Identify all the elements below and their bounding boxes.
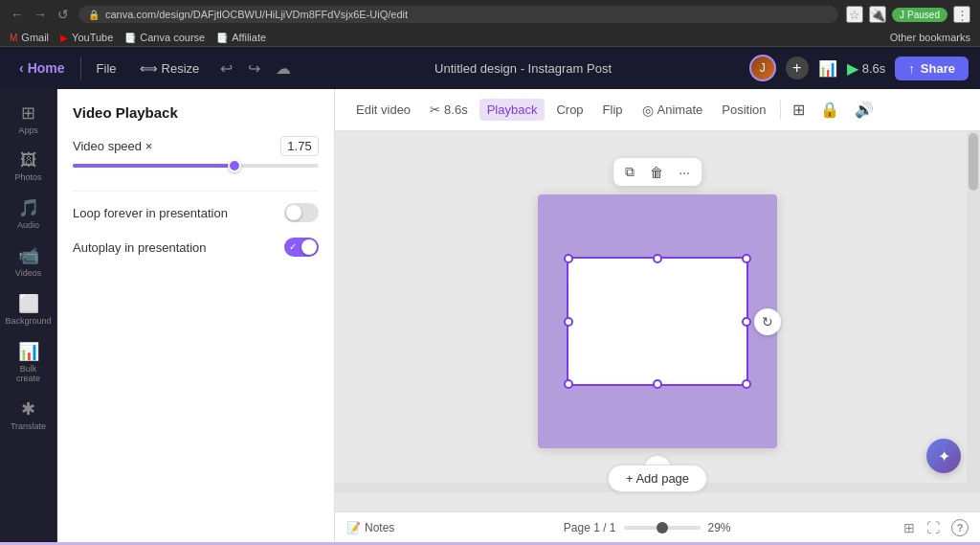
play-icon[interactable]: ▶ xyxy=(847,59,858,78)
fullscreen-button[interactable]: ⛶ xyxy=(923,518,944,537)
video-element[interactable]: ↻ xyxy=(567,257,748,386)
video-playback-panel: Video Playback Video speed × 1.75 Loop f… xyxy=(57,89,335,542)
forward-button[interactable]: → xyxy=(33,7,48,22)
animate-button[interactable]: ◎ Animate xyxy=(635,99,711,122)
autoplay-label: Autoplay in presentation xyxy=(73,240,206,255)
bookmark-button[interactable]: ☆ xyxy=(846,6,863,23)
canvas-area: ⧉ 🗑 ··· ↻ xyxy=(335,131,980,511)
resize-handle-tr[interactable] xyxy=(742,254,751,263)
gmail-bookmark[interactable]: M Gmail xyxy=(10,32,49,43)
background-label: Background xyxy=(5,316,51,326)
speed-slider-thumb[interactable] xyxy=(228,159,241,172)
analytics-icon[interactable]: 📊 xyxy=(818,59,837,78)
view-buttons: ⊞ ⛶ xyxy=(900,518,944,537)
notes-button[interactable]: 📝 Notes xyxy=(346,521,394,534)
delete-button[interactable]: 🗑 xyxy=(646,162,667,182)
editor-toolbar: Edit video ✂ 8.6s Playback Crop Flip ◎ A xyxy=(335,89,980,131)
user-avatar[interactable]: J xyxy=(749,55,776,81)
autoplay-row: Autoplay in presentation ✓ xyxy=(73,238,319,257)
redo-button[interactable]: ↪ xyxy=(242,57,266,79)
lock-button[interactable]: 🔒 xyxy=(814,97,845,123)
canva-label: Canva course xyxy=(140,32,205,43)
resize-button[interactable]: ⟺ Resize xyxy=(132,57,208,79)
sidebar-item-photos[interactable]: 🖼 Photos xyxy=(4,145,54,188)
copy-button[interactable]: ⧉ xyxy=(621,162,638,182)
background-icon: ⬜ xyxy=(18,293,39,314)
resize-handle-bl[interactable] xyxy=(564,379,573,389)
youtube-icon: ▶ xyxy=(60,33,68,43)
volume-button[interactable]: 🔊 xyxy=(849,97,880,123)
grid-button[interactable]: ⊞ xyxy=(787,97,811,123)
apps-icon: ⊞ xyxy=(21,102,35,124)
resize-handle-bc[interactable] xyxy=(653,379,662,389)
add-collaborator-button[interactable]: + xyxy=(786,57,809,79)
autoplay-toggle[interactable]: ✓ xyxy=(284,238,319,257)
resize-handle-ml[interactable] xyxy=(564,317,573,327)
speed-slider-fill xyxy=(73,164,233,168)
rotate-handle[interactable]: ↻ xyxy=(754,308,781,335)
affiliate-bookmark[interactable]: 📑 Affiliate xyxy=(216,32,266,43)
sidebar-item-videos[interactable]: 📹 Videos xyxy=(4,239,54,284)
undo-button[interactable]: ↩ xyxy=(214,57,238,79)
duration-button[interactable]: ✂ 8.6s xyxy=(422,99,476,121)
sidebar-item-background[interactable]: ⬜ Background xyxy=(4,287,54,331)
sidebar-item-audio[interactable]: 🎵 Audio xyxy=(4,192,54,236)
other-bookmarks[interactable]: Other bookmarks xyxy=(890,32,970,43)
resize-handle-mr[interactable] xyxy=(742,317,751,327)
affiliate-label: Affiliate xyxy=(232,32,266,43)
resize-handle-tc[interactable] xyxy=(653,254,662,263)
scroll-bar-vertical[interactable] xyxy=(967,131,980,492)
speed-value[interactable]: 1.75 xyxy=(280,136,319,156)
speed-row: Video speed × 1.75 xyxy=(73,136,319,156)
position-button[interactable]: Position xyxy=(714,99,773,121)
file-button[interactable]: File xyxy=(89,57,124,79)
back-button[interactable]: ← xyxy=(10,7,25,22)
resize-handle-tl[interactable] xyxy=(564,254,573,263)
zoom-percentage: 29% xyxy=(708,521,731,534)
chevron-left-icon: ‹ xyxy=(19,60,24,76)
loop-toggle[interactable] xyxy=(284,203,319,222)
apps-label: Apps xyxy=(18,125,38,135)
browser-nav: ← → ↺ 🔒 canva.com/design/DAFjtlOCBWU/HiL… xyxy=(0,0,980,29)
home-button[interactable]: ‹ Home xyxy=(11,57,73,79)
menu-button[interactable]: ⋮ xyxy=(953,6,970,23)
bulk-create-label: Bulk create xyxy=(8,364,50,383)
youtube-bookmark[interactable]: ▶ YouTube xyxy=(60,32,113,43)
loop-row: Loop forever in presentation xyxy=(73,203,319,222)
speed-label: Video speed × xyxy=(73,139,152,153)
magic-button[interactable]: ✦ xyxy=(926,439,961,473)
refresh-button[interactable]: ↺ xyxy=(56,7,71,22)
translate-label: Translate xyxy=(11,421,46,431)
share-icon: ↑ xyxy=(908,61,915,76)
sidebar-item-bulk-create[interactable]: 📊 Bulk create xyxy=(4,335,54,389)
preview-section: ▶ 8.6s xyxy=(847,59,886,78)
extensions-button[interactable]: 🔌 xyxy=(869,6,886,23)
crop-button[interactable]: Crop xyxy=(548,99,590,121)
canva-bookmark[interactable]: 📑 Canva course xyxy=(124,32,205,43)
panel-divider-1 xyxy=(73,191,319,192)
panel-title: Video Playback xyxy=(73,104,319,121)
paused-indicator[interactable]: J Paused xyxy=(892,8,947,22)
more-options-button[interactable]: ··· xyxy=(675,162,694,182)
sidebar-item-apps[interactable]: ⊞ Apps xyxy=(4,97,54,141)
zoom-thumb[interactable] xyxy=(657,522,668,534)
edit-video-button[interactable]: Edit video xyxy=(348,99,418,121)
toolbar-right: J + 📊 ▶ 8.6s ↑ Share xyxy=(749,55,969,81)
url-text: canva.com/design/DAFjtlOCBWU/HiLjiVDm8FF… xyxy=(105,9,408,20)
scroll-thumb-vertical[interactable] xyxy=(969,133,978,191)
help-button[interactable]: ? xyxy=(951,519,969,536)
sidebar-item-translate[interactable]: ✱ Translate xyxy=(4,393,54,437)
bookmarks-bar: M Gmail ▶ YouTube 📑 Canva course 📑 Affil… xyxy=(0,29,980,47)
add-page-button[interactable]: + Add page xyxy=(608,465,707,492)
share-button[interactable]: ↑ Share xyxy=(895,57,969,80)
duration-label: 8.6s xyxy=(862,61,886,76)
resize-handle-br[interactable] xyxy=(742,379,751,389)
playback-button[interactable]: Playback xyxy=(479,99,546,121)
speed-slider-track[interactable] xyxy=(73,164,319,168)
zoom-slider[interactable] xyxy=(624,526,701,530)
flip-button[interactable]: Flip xyxy=(595,99,631,121)
grid-view-button[interactable]: ⊞ xyxy=(900,518,919,537)
address-bar[interactable]: 🔒 canva.com/design/DAFjtlOCBWU/HiLjiVDm8… xyxy=(78,6,838,23)
loop-toggle-knob xyxy=(286,205,301,220)
save-cloud-button[interactable]: ☁ xyxy=(270,57,297,79)
